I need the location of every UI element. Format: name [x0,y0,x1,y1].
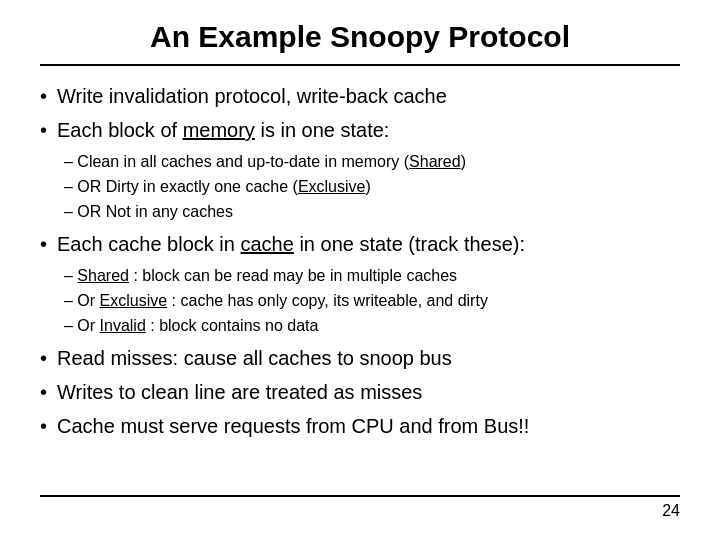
bullet-1: • Write invalidation protocol, write-bac… [40,82,680,110]
sub-bullet-2-2: OR Dirty in exactly one cache (Exclusive… [64,175,680,199]
slide-title: An Example Snoopy Protocol [40,20,680,66]
bullet-text-2: Each block of memory is in one state: [57,116,389,144]
sub-bullets-3: Shared : block can be read may be in mul… [64,264,680,338]
bullet-text-6: Cache must serve requests from CPU and f… [57,412,529,440]
underline-shared-2: Shared [77,267,129,284]
bullet-dot-1: • [40,82,47,110]
content-area: • Write invalidation protocol, write-bac… [40,74,680,495]
bullet-dot-2: • [40,116,47,144]
bullet-text-1: Write invalidation protocol, write-back … [57,82,447,110]
bullet-dot-5: • [40,378,47,406]
underline-shared: Shared [409,153,461,170]
bullet-dot-3: • [40,230,47,258]
bullet-4: • Read misses: cause all caches to snoop… [40,344,680,372]
underline-exclusive-1: Exclusive [298,178,366,195]
bullet-5: • Writes to clean line are treated as mi… [40,378,680,406]
bullet-2: • Each block of memory is in one state: [40,116,680,144]
slide: An Example Snoopy Protocol • Write inval… [0,0,720,540]
underline-invalid: Invalid [100,317,146,334]
sub-bullets-2: Clean in all caches and up-to-date in me… [64,150,680,224]
underline-cache: cache [240,233,293,255]
sub-bullet-3-2: Or Exclusive : cache has only copy, its … [64,289,680,313]
bullet-text-4: Read misses: cause all caches to snoop b… [57,344,452,372]
bullet-dot-4: • [40,344,47,372]
page-number: 24 [662,502,680,520]
sub-bullet-3-1: Shared : block can be read may be in mul… [64,264,680,288]
sub-bullet-2-3: OR Not in any caches [64,200,680,224]
sub-bullet-2-1: Clean in all caches and up-to-date in me… [64,150,680,174]
bullet-dot-6: • [40,412,47,440]
bullet-text-5: Writes to clean line are treated as miss… [57,378,422,406]
bullet-text-3: Each cache block in cache in one state (… [57,230,525,258]
slide-footer: 24 [40,495,680,520]
bullet-6: • Cache must serve requests from CPU and… [40,412,680,440]
bullet-3: • Each cache block in cache in one state… [40,230,680,258]
underline-exclusive-2: Exclusive [100,292,168,309]
sub-bullet-3-3: Or Invalid : block contains no data [64,314,680,338]
underline-memory: memory [183,119,255,141]
